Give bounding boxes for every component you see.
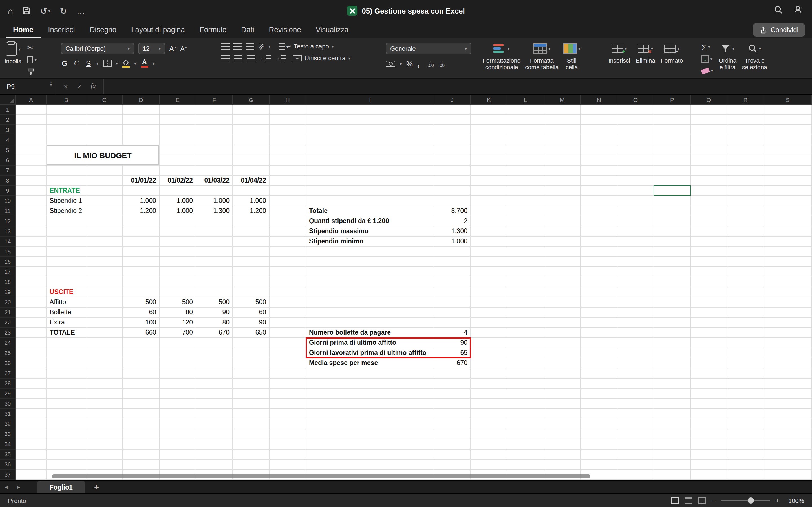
cell-B11[interactable]: Stipendio 2 bbox=[47, 206, 86, 216]
format-painter-button[interactable] bbox=[28, 68, 37, 75]
clear-button[interactable]: ▾ bbox=[702, 66, 713, 75]
grid-cells[interactable]: IL MIO BUDGET01/01/2201/02/2201/03/2201/… bbox=[16, 105, 812, 480]
share-button[interactable]: Condividi bbox=[753, 23, 805, 37]
cell-J12[interactable]: 2 bbox=[434, 216, 470, 226]
column-header-H[interactable]: H bbox=[269, 95, 306, 105]
row-header-15[interactable]: 15 bbox=[0, 247, 15, 257]
row-header-32[interactable]: 32 bbox=[0, 419, 15, 429]
row-header-13[interactable]: 13 bbox=[0, 226, 15, 237]
redo-button[interactable]: ↻ bbox=[60, 6, 67, 15]
underline-button[interactable]: S bbox=[85, 59, 92, 67]
cell-D8[interactable]: 01/01/22 bbox=[123, 176, 159, 185]
font-size-select[interactable]: 12▾ bbox=[138, 43, 165, 54]
tab-revisione[interactable]: Revisione bbox=[262, 25, 308, 38]
next-sheet-button[interactable]: ▸ bbox=[12, 484, 25, 490]
cell-F23[interactable]: 670 bbox=[196, 328, 232, 337]
row-header-22[interactable]: 22 bbox=[0, 318, 15, 328]
zoom-level[interactable]: 100% bbox=[785, 497, 804, 504]
merge-center-button[interactable]: ↔ Unisci e centra▾ bbox=[293, 55, 350, 61]
name-box-spinner[interactable]: ▴▾ bbox=[50, 81, 52, 87]
formula-input[interactable] bbox=[103, 79, 812, 94]
row-header-19[interactable]: 19 bbox=[0, 287, 15, 297]
cell-J11[interactable]: 8.700 bbox=[434, 206, 470, 216]
decrease-decimal-button[interactable]: →.00 bbox=[439, 59, 445, 68]
home-icon[interactable]: ⌂ bbox=[8, 6, 13, 15]
column-header-S[interactable]: S bbox=[764, 95, 812, 105]
increase-decimal-button[interactable]: ←.00 bbox=[428, 59, 434, 68]
page-layout-view-button[interactable] bbox=[684, 497, 693, 504]
cell-B10[interactable]: Stipendio 1 bbox=[47, 196, 86, 206]
align-center-button[interactable] bbox=[234, 55, 243, 61]
find-select-button[interactable]: ▾ Trova e seleziona bbox=[742, 38, 767, 78]
zoom-out-button[interactable]: − bbox=[712, 497, 716, 504]
tab-layout-di-pagina[interactable]: Layout di pagina bbox=[124, 25, 192, 38]
cell-J14[interactable]: 1.000 bbox=[434, 237, 470, 246]
column-header-K[interactable]: K bbox=[471, 95, 507, 105]
borders-button[interactable] bbox=[103, 60, 111, 67]
tab-home[interactable]: Home bbox=[6, 25, 41, 38]
format-as-table-button[interactable]: ▾ Formatta come tabella bbox=[525, 38, 559, 78]
row-header-2[interactable]: 2 bbox=[0, 115, 15, 125]
cell-E11[interactable]: 1.000 bbox=[160, 206, 196, 216]
column-header-M[interactable]: M bbox=[544, 95, 581, 105]
row-header-9[interactable]: 9 bbox=[0, 186, 15, 196]
column-header-D[interactable]: D bbox=[123, 95, 160, 105]
cell-J13[interactable]: 1.300 bbox=[434, 226, 470, 236]
row-header-34[interactable]: 34 bbox=[0, 439, 15, 450]
row-header-33[interactable]: 33 bbox=[0, 429, 15, 439]
cell-B22[interactable]: Extra bbox=[47, 318, 86, 327]
select-all-corner[interactable] bbox=[0, 95, 16, 105]
horizontal-scrollbar[interactable] bbox=[52, 474, 591, 478]
cut-button[interactable]: ✂ bbox=[28, 44, 37, 52]
account-icon[interactable] bbox=[794, 5, 803, 16]
cell-F22[interactable]: 80 bbox=[196, 318, 232, 327]
cell-I23[interactable]: Numero bollette da pagare bbox=[306, 328, 434, 337]
name-box[interactable]: P9 ▴▾ bbox=[0, 79, 56, 94]
cell-G21[interactable]: 60 bbox=[233, 307, 269, 317]
cell-I12[interactable]: Quanti stipendi da € 1.200 bbox=[306, 216, 434, 226]
fill-color-button[interactable] bbox=[122, 59, 130, 67]
italic-button[interactable]: C bbox=[73, 59, 80, 68]
cell-B5[interactable]: IL MIO BUDGET bbox=[47, 145, 159, 165]
cell-E21[interactable]: 80 bbox=[160, 307, 196, 317]
zoom-slider-thumb[interactable] bbox=[748, 497, 754, 504]
fill-button[interactable]: ↓▾ bbox=[702, 54, 713, 64]
cell-B9[interactable]: ENTRATE bbox=[47, 186, 86, 195]
column-header-G[interactable]: G bbox=[233, 95, 269, 105]
zoom-in-button[interactable]: + bbox=[775, 497, 779, 504]
cell-E20[interactable]: 500 bbox=[160, 297, 196, 307]
cell-F21[interactable]: 90 bbox=[196, 307, 232, 317]
row-header-29[interactable]: 29 bbox=[0, 389, 15, 399]
number-format-select[interactable]: Generale▾ bbox=[386, 43, 471, 54]
cell-F8[interactable]: 01/03/22 bbox=[196, 176, 232, 185]
cell-D11[interactable]: 1.200 bbox=[123, 206, 159, 216]
row-header-35[interactable]: 35 bbox=[0, 450, 15, 460]
cell-B21[interactable]: Bollette bbox=[47, 307, 86, 317]
sort-filter-button[interactable]: ▾ Ordina e filtra bbox=[719, 38, 737, 78]
row-header-11[interactable]: 11 bbox=[0, 206, 15, 216]
more-commands-button[interactable]: … bbox=[77, 6, 85, 15]
cell-F11[interactable]: 1.300 bbox=[196, 206, 232, 216]
decrease-indent-button[interactable]: ← bbox=[260, 55, 271, 61]
cell-E22[interactable]: 120 bbox=[160, 318, 196, 327]
row-header-5[interactable]: 5 bbox=[0, 145, 15, 156]
align-right-button[interactable] bbox=[247, 55, 255, 61]
cell-J23[interactable]: 4 bbox=[434, 328, 470, 337]
tab-formule[interactable]: Formule bbox=[192, 25, 234, 38]
cell-I14[interactable]: Stipendio minimo bbox=[306, 237, 434, 246]
row-header-3[interactable]: 3 bbox=[0, 125, 15, 135]
zoom-slider[interactable] bbox=[721, 500, 770, 501]
font-name-select[interactable]: Calibri (Corpo)▾ bbox=[61, 43, 134, 54]
cell-I13[interactable]: Stipendio massimo bbox=[306, 226, 434, 236]
page-break-view-button[interactable] bbox=[698, 497, 706, 504]
cell-G8[interactable]: 01/04/22 bbox=[233, 176, 269, 185]
cancel-icon[interactable]: × bbox=[64, 82, 68, 91]
row-header-8[interactable]: 8 bbox=[0, 176, 15, 186]
row-header-7[interactable]: 7 bbox=[0, 166, 15, 176]
row-header-17[interactable]: 17 bbox=[0, 267, 15, 277]
row-header-18[interactable]: 18 bbox=[0, 277, 15, 287]
cell-G11[interactable]: 1.200 bbox=[233, 206, 269, 216]
bold-button[interactable]: G bbox=[61, 59, 68, 67]
sheet-tab-foglio1[interactable]: Foglio1 bbox=[37, 480, 85, 494]
row-header-28[interactable]: 28 bbox=[0, 379, 15, 389]
